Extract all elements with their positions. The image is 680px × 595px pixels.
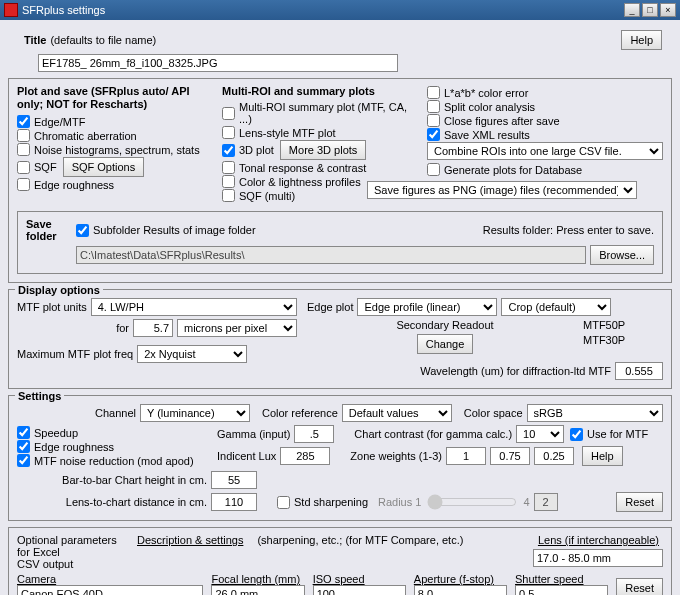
chk-tonal[interactable] bbox=[222, 161, 235, 174]
combine-csv-select[interactable]: Combine ROIs into one large CSV file. bbox=[427, 142, 663, 160]
zw1-input[interactable] bbox=[446, 447, 486, 465]
window-title: SFRplus settings bbox=[22, 4, 105, 16]
plot-save-heading: Plot and save (SFRplus auto/ API only; N… bbox=[17, 85, 212, 111]
radius2-input bbox=[534, 493, 558, 511]
channel-select[interactable]: Y (luminance) bbox=[140, 404, 250, 422]
title-input[interactable] bbox=[38, 54, 398, 72]
incident-lux-label: Indicent Lux bbox=[217, 450, 276, 462]
title-bar: SFRplus settings _ □ × bbox=[0, 0, 680, 20]
chk-mtf-noise[interactable] bbox=[17, 454, 30, 467]
chk-chrom-ab[interactable] bbox=[17, 129, 30, 142]
aperture-label: Aperture (f-stop) bbox=[414, 573, 507, 585]
sqf-options-button[interactable]: SQF Options bbox=[63, 157, 145, 177]
microns-select[interactable]: microns per pixel bbox=[177, 319, 297, 337]
desc-hint: (sharpening, etc.; (for MTF Compare, etc… bbox=[257, 534, 463, 546]
mtf50p-label: MTF50P bbox=[583, 319, 663, 331]
optional-reset-button[interactable]: Reset bbox=[616, 578, 663, 595]
shutter-input[interactable] bbox=[515, 585, 608, 595]
chk-settings-edge-rough[interactable] bbox=[17, 440, 30, 453]
chk-gendb[interactable] bbox=[427, 163, 440, 176]
chk-lab[interactable] bbox=[427, 86, 440, 99]
bar-to-bar-input[interactable] bbox=[211, 471, 257, 489]
chk-split[interactable] bbox=[427, 100, 440, 113]
save-figures-select[interactable]: Save figures as PNG (image) files (recom… bbox=[367, 181, 637, 199]
chk-subfolder[interactable] bbox=[76, 224, 89, 237]
chk-close-figs[interactable] bbox=[427, 114, 440, 127]
shutter-label: Shutter speed bbox=[515, 573, 608, 585]
chk-speedup[interactable] bbox=[17, 426, 30, 439]
camera-label: Camera bbox=[17, 573, 203, 585]
lens-label: Lens (if interchangeable) bbox=[538, 534, 659, 546]
chk-lens-style[interactable] bbox=[222, 126, 235, 139]
multiroi-heading: Multi-ROI and summary plots bbox=[222, 85, 417, 97]
focal-label: Focal length (mm) bbox=[211, 573, 304, 585]
optional-heading1: Optional parameters for Excel bbox=[17, 534, 127, 558]
crop-select[interactable]: Crop (default) bbox=[501, 298, 611, 316]
gamma-input[interactable] bbox=[294, 425, 334, 443]
zone-weights-label: Zone weights (1-3) bbox=[350, 450, 442, 462]
chk-edge-rough[interactable] bbox=[17, 178, 30, 191]
app-icon bbox=[4, 3, 18, 17]
color-space-select[interactable]: sRGB bbox=[527, 404, 663, 422]
edge-plot-select[interactable]: Edge profile (linear) bbox=[357, 298, 497, 316]
aperture-input[interactable] bbox=[414, 585, 507, 595]
results-folder-label: Results folder: Press enter to save. bbox=[483, 224, 654, 236]
save-folder-path[interactable] bbox=[76, 246, 586, 264]
wavelength-label: Wavelength (um) for diffraction-ltd MTF bbox=[420, 365, 611, 377]
chk-multiroi-sum[interactable] bbox=[222, 107, 235, 120]
chk-noise-hist[interactable] bbox=[17, 143, 30, 156]
display-options-heading: Display options bbox=[15, 284, 103, 296]
desc-label: Description & settings bbox=[137, 534, 243, 546]
iso-label: ISO speed bbox=[313, 573, 406, 585]
minimize-button[interactable]: _ bbox=[624, 3, 640, 17]
bar-to-bar-label: Bar-to-bar Chart height in cm. bbox=[57, 474, 207, 486]
color-ref-label: Color reference bbox=[262, 407, 338, 419]
chk-use-for-mtf[interactable] bbox=[570, 428, 583, 441]
title-label: Title bbox=[24, 34, 46, 46]
color-ref-select[interactable]: Default values bbox=[342, 404, 452, 422]
gamma-label: Gamma (input) bbox=[217, 428, 290, 440]
camera-input[interactable] bbox=[17, 585, 203, 595]
zw3-input[interactable] bbox=[534, 447, 574, 465]
change-button[interactable]: Change bbox=[417, 334, 474, 354]
close-button[interactable]: × bbox=[660, 3, 676, 17]
chk-sqf[interactable] bbox=[17, 161, 30, 174]
settings-reset-button[interactable]: Reset bbox=[616, 492, 663, 512]
mtf30p-label: MTF30P bbox=[583, 334, 663, 346]
more-3d-button[interactable]: More 3D plots bbox=[280, 140, 366, 160]
zw2-input[interactable] bbox=[490, 447, 530, 465]
optional-heading2: CSV output bbox=[17, 558, 127, 570]
max-mtf-freq-label: Maximum MTF plot freq bbox=[17, 348, 133, 360]
chk-3d-plot[interactable] bbox=[222, 144, 235, 157]
mtf-units-select[interactable]: 4. LW/PH bbox=[91, 298, 297, 316]
channel-label: Channel bbox=[95, 407, 136, 419]
chk-save-xml[interactable] bbox=[427, 128, 440, 141]
radius-label: Radius 1 bbox=[378, 496, 421, 508]
iso-input[interactable] bbox=[313, 585, 406, 595]
lens-input[interactable] bbox=[533, 549, 663, 567]
maximize-button[interactable]: □ bbox=[642, 3, 658, 17]
chart-contrast-select[interactable]: 10 bbox=[516, 425, 564, 443]
chk-sqf-multi[interactable] bbox=[222, 189, 235, 202]
chart-contrast-label: Chart contrast (for gamma calc.) bbox=[354, 428, 512, 440]
browse-button[interactable]: Browse... bbox=[590, 245, 654, 265]
secondary-readout-label: Secondary Readout bbox=[307, 319, 583, 331]
radius-slider bbox=[427, 494, 517, 510]
wavelength-input[interactable] bbox=[615, 362, 663, 380]
settings-heading: Settings bbox=[15, 390, 64, 402]
incident-lux-input[interactable] bbox=[280, 447, 330, 465]
focal-input[interactable] bbox=[211, 585, 304, 595]
chk-color-light[interactable] bbox=[222, 175, 235, 188]
lens-to-chart-input[interactable] bbox=[211, 493, 257, 511]
edge-plot-label: Edge plot bbox=[307, 301, 353, 313]
color-space-label: Color space bbox=[464, 407, 523, 419]
for-input[interactable] bbox=[133, 319, 173, 337]
chk-std-sharp[interactable] bbox=[277, 496, 290, 509]
help-button[interactable]: Help bbox=[621, 30, 662, 50]
title-hint: (defaults to file name) bbox=[50, 34, 156, 46]
chk-edge-mtf[interactable] bbox=[17, 115, 30, 128]
settings-help-button[interactable]: Help bbox=[582, 446, 623, 466]
save-folder-label: Save folder bbox=[26, 218, 76, 242]
lens-to-chart-label: Lens-to-chart distance in cm. bbox=[57, 496, 207, 508]
max-mtf-freq-select[interactable]: 2x Nyquist bbox=[137, 345, 247, 363]
